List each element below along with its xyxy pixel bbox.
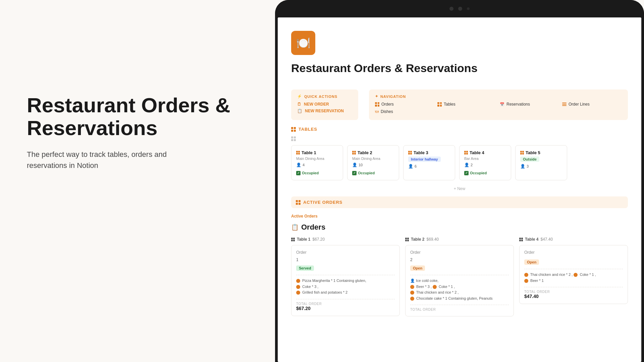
new-reservation-icon: 📋 (297, 109, 302, 113)
order-col-1-header: Table 1 $67.20 (291, 237, 400, 242)
thai2-icon (524, 273, 528, 277)
t3-icon (408, 151, 412, 155)
nav-item-dishes[interactable]: 🍽 Dishes (375, 109, 435, 114)
nav-item-reservations[interactable]: 📅 Reservations (500, 102, 559, 107)
content-wrapper: ⚡ QUICK ACTIONS 🗒 NEW ORDER 📋 NEW RESERV… (278, 89, 641, 323)
new-reservation-btn[interactable]: 📋 NEW RESERVATION (297, 109, 352, 113)
nav-item-tables[interactable]: Tables (437, 102, 497, 107)
page-title: Restaurant Orders & Reservations (291, 62, 628, 75)
table-2-seats: 👤 10 (352, 163, 394, 167)
order-1-num: 1 (296, 257, 395, 262)
notion-page[interactable]: 🍽️ Restaurant Orders & Reservations ⚡ QU… (278, 17, 641, 362)
tables-grid-icon (437, 102, 442, 107)
tables-section-title: TABLES (291, 127, 628, 132)
order-col-3-header: Table 4 $47.40 (519, 237, 628, 242)
table-3-area: Interior hallway (408, 157, 450, 162)
table-1-area: Main Dining Area (296, 157, 338, 161)
beer2-icon (524, 279, 528, 283)
t2-col-icon (405, 238, 409, 241)
order-col-table1: Table 1 $67.20 Order 1 Served (291, 237, 400, 316)
table-1-occupied: ✓ Occupied (296, 171, 319, 175)
tables-gallery: Table 1 Main Dining Area 👤 4 ✓ Occupied (291, 145, 628, 183)
order-1-items: Pizza Margherita * 1 Containing gluten, … (296, 275, 395, 296)
table-card-4[interactable]: Table 4 Bar Area 👤 2 ✓ Occupied (459, 145, 511, 180)
person-icon-3: 👤 (408, 164, 413, 169)
order-3-total-label: TOTAL ORDER (524, 287, 623, 294)
order-col-table2: Table 2 $69.40 Order 2 Open 👤 (405, 237, 514, 316)
table-3-seats: 👤 6 (408, 164, 450, 169)
active-orders-link-row: Active Orders (291, 213, 628, 219)
order-card-2[interactable]: Order 2 Open 👤 Ice cold coke, (405, 245, 514, 316)
table-4-name: Table 4 (464, 150, 506, 155)
left-panel: Restaurant Orders & Reservations The per… (0, 0, 262, 362)
order-3-total-value: $47.40 (524, 294, 623, 299)
active-orders-label: ACTIVE ORDERS (303, 200, 342, 205)
active-orders-link[interactable]: Active Orders (291, 214, 318, 219)
order-card-3[interactable]: Order Open Thai chicken and rice * 2 , C… (519, 245, 628, 304)
quick-actions-label: ⚡ QUICK ACTIONS (297, 94, 352, 99)
camera-dot-2 (458, 7, 462, 11)
order-2-item-1: 👤 Ice cold coke, (410, 278, 509, 284)
table-2-area: Main Dining Area (352, 157, 394, 161)
active-orders-bar: ACTIVE ORDERS (291, 196, 628, 208)
tables-section: TABLES (291, 127, 628, 196)
order-card-1[interactable]: Order 1 Served Pizza Margherita * 1 Cont… (291, 245, 400, 316)
order-2-item-3: Thai chicken and rice * 2 , (410, 290, 509, 296)
orders-section: ACTIVE ORDERS Active Orders 📋 Orders (291, 196, 628, 323)
order-3-status: Open (524, 259, 539, 265)
table-4-occupied: ✓ Occupied (464, 171, 487, 175)
nav-grid: Orders Tables (375, 102, 622, 114)
table-1-seats: 👤 4 (296, 163, 338, 167)
tablet-screen: 🍽️ Restaurant Orders & Reservations ⚡ QU… (278, 17, 641, 362)
table-card-2[interactable]: Table 2 Main Dining Area 👤 10 ✓ Occupied (347, 145, 399, 180)
t2-icon (352, 151, 356, 155)
page-sub-heading: The perfect way to track tables, orders … (27, 149, 201, 171)
outside-tag: Outside (520, 157, 539, 162)
order-3-label: Order (524, 250, 623, 255)
fish-icon (296, 291, 300, 295)
page-header: 🍽️ Restaurant Orders & Reservations (278, 17, 641, 89)
order-3-items: Thai chicken and rice * 2 , Coke * 1 , B… (524, 269, 623, 284)
new-order-btn[interactable]: 🗒 NEW ORDER (297, 102, 352, 107)
table-3-name: Table 3 (408, 150, 450, 155)
nav-item-order-lines[interactable]: Order Lines (562, 102, 622, 107)
page-icon: 🍽️ (291, 31, 315, 55)
table-card-3[interactable]: Table 3 Interior hallway 👤 6 (403, 145, 455, 180)
orderlines-list-icon (562, 103, 567, 106)
table-5-name: Table 5 (520, 150, 562, 155)
table-5-seats: 👤 3 (520, 164, 562, 169)
table-5-area: Outside (520, 157, 562, 162)
right-panel: 🍽️ Restaurant Orders & Reservations ⚡ QU… (255, 0, 644, 362)
order-1-total-value: $67.20 (296, 306, 395, 311)
order-2-item-2: Beer * 3 , Coke * 1 , (410, 284, 509, 290)
new-order-icon: 🗒 (297, 102, 301, 107)
t4-col-icon (519, 238, 523, 241)
cake-icon (410, 297, 414, 301)
pizza-icon (296, 279, 300, 283)
bolt-icon: ⚡ (297, 94, 302, 99)
table-card-1[interactable]: Table 1 Main Dining Area 👤 4 ✓ Occupied (291, 145, 343, 180)
page-main-heading: Restaurant Orders & Reservations (27, 94, 235, 139)
person-icon-4: 👤 (464, 163, 469, 167)
add-new-table-btn[interactable]: + New (291, 186, 628, 191)
check-icon-4: ✓ (464, 171, 469, 175)
orders-grid-icon (375, 102, 379, 107)
table-1-name: Table 1 (296, 150, 338, 155)
orders-icon: 📋 (291, 224, 299, 231)
navigation-label: ✦ NAVIGATION (375, 94, 622, 99)
actions-nav-row: ⚡ QUICK ACTIONS 🗒 NEW ORDER 📋 NEW RESERV… (291, 89, 628, 120)
order-2-item-4: Chocolate cake * 1 Containing gluten, Pe… (410, 296, 509, 302)
check-icon: ✓ (296, 171, 301, 175)
reservations-cal-icon: 📅 (500, 102, 504, 107)
orders-heading: 📋 Orders (291, 223, 628, 232)
t1-col-icon (291, 238, 295, 241)
grid-view-icon[interactable] (291, 136, 296, 141)
order-2-num: 2 (410, 257, 509, 262)
table-2-name: Table 2 (352, 150, 394, 155)
table-card-5[interactable]: Table 5 Outside 👤 3 (515, 145, 567, 180)
t5-icon (520, 151, 524, 155)
order-2-label: Order (410, 250, 509, 255)
order-2-items: 👤 Ice cold coke, Beer * 3 , Coke * 1 , (410, 275, 509, 301)
order-3-item-1: Thai chicken and rice * 2 , Coke * 1 , (524, 272, 623, 278)
nav-item-orders[interactable]: Orders (375, 102, 435, 107)
